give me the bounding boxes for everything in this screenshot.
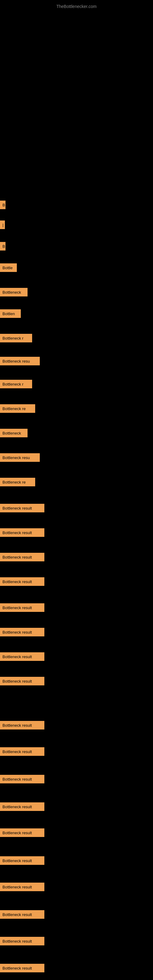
bottleneck-result-item: Bottleneck result: [0, 883, 45, 891]
bottleneck-result-item: Bottleneck result: [0, 802, 45, 811]
bottleneck-result-item: Bottleneck r: [0, 380, 32, 388]
bottleneck-result-item: B: [0, 200, 5, 209]
bottleneck-result-item: Bottleneck result: [0, 856, 45, 865]
bottleneck-result-item: Bottleneck result: [0, 652, 45, 661]
bottleneck-result-item: Bottleneck result: [0, 910, 45, 919]
bottleneck-result-item: Bottleneck result: [0, 721, 45, 730]
bottleneck-result-item: Bottleneck resu: [0, 357, 40, 365]
bottleneck-result-item: Bottleneck result: [0, 829, 45, 837]
bottleneck-result-item: Bottleneck re: [0, 478, 35, 486]
bottleneck-result-item: Bottleneck resu: [0, 453, 40, 462]
bottleneck-result-item: Bottleneck result: [0, 677, 45, 686]
bottleneck-result-item: Bottleneck: [0, 429, 27, 438]
bottleneck-result-item: Bottle: [0, 263, 17, 272]
bottleneck-result-item: Bottlen: [0, 309, 21, 318]
bottleneck-result-item: Bottleneck result: [0, 747, 45, 756]
bottleneck-result-item: Bottleneck result: [0, 528, 45, 537]
bottleneck-result-item: Bottleneck result: [0, 603, 45, 612]
bottleneck-result-item: |: [0, 221, 5, 229]
bottleneck-result-item: Bottleneck r: [0, 334, 32, 342]
bottleneck-result-item: Bottleneck: [0, 288, 27, 296]
bottleneck-result-item: Bottleneck result: [0, 964, 45, 972]
bottleneck-result-item: B: [0, 242, 5, 250]
bottleneck-result-item: Bottleneck result: [0, 775, 45, 783]
bottleneck-result-item: Bottleneck result: [0, 553, 45, 562]
site-title: TheBottlenecker.com: [0, 2, 153, 11]
bottleneck-result-item: Bottleneck re: [0, 404, 35, 413]
bottleneck-result-item: Bottleneck result: [0, 628, 45, 636]
bottleneck-result-item: Bottleneck result: [0, 577, 45, 586]
bottleneck-result-item: Bottleneck result: [0, 504, 45, 512]
bottleneck-result-item: Bottleneck result: [0, 937, 45, 945]
